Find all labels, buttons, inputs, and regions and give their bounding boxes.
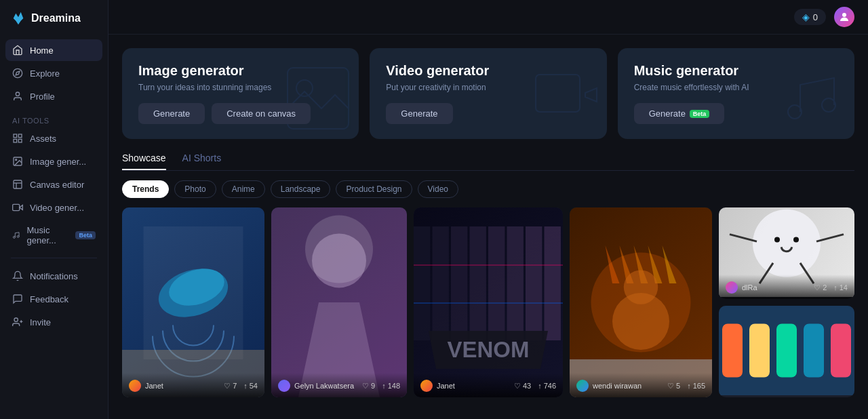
- image-overlay-2: Gelyn Lakwatsera ♡ 9 ↑ 148: [271, 373, 407, 397]
- filter-video[interactable]: Video: [418, 180, 458, 198]
- sidebar-item-label: Music gener...: [26, 225, 66, 245]
- svg-point-15: [17, 235, 19, 237]
- sidebar-item-canvas-editor[interactable]: Canvas editor: [5, 174, 102, 195]
- svg-marker-12: [20, 205, 23, 210]
- tools-nav: Assets Image gener... Canvas editor Vide…: [0, 127, 108, 251]
- shares-1: ↑ 54: [243, 382, 258, 391]
- image-canvas-1: [122, 207, 264, 397]
- credits-value: 0: [813, 12, 818, 22]
- image-item-2[interactable]: Gelyn Lakwatsera ♡ 9 ↑ 148: [271, 207, 407, 397]
- content-area: Image generator Turn your ideas into stu…: [108, 35, 868, 419]
- sidebar-item-video-gen[interactable]: Video gener...: [5, 197, 102, 218]
- logo-icon: [11, 11, 26, 26]
- showcase-section: Showcase AI Shorts Trends Photo Anime La…: [122, 153, 854, 397]
- svg-rect-9: [14, 180, 22, 188]
- sidebar-item-label: Profile: [30, 92, 55, 102]
- svg-point-8: [16, 159, 17, 161]
- sidebar-item-label: Canvas editor: [30, 180, 84, 190]
- showcase-tabs: Showcase AI Shorts: [122, 153, 854, 171]
- bell-icon: [12, 271, 23, 281]
- filter-trends[interactable]: Trends: [122, 180, 169, 198]
- sidebar: Dreamina Home Explore Profile AI tools A…: [0, 0, 108, 419]
- image-item-4[interactable]: wendi wirawan ♡ 5 ↑ 165: [570, 207, 712, 397]
- video-gen-buttons: Generate: [386, 103, 590, 124]
- svg-rect-3: [14, 134, 17, 138]
- shares-3: ↑ 746: [538, 382, 556, 391]
- shares-5: ↑ 14: [833, 283, 848, 292]
- svg-point-14: [13, 236, 15, 238]
- image-overlay-1: Janet ♡ 7 ↑ 54: [122, 373, 264, 397]
- image-canvas-3: [414, 207, 563, 397]
- likes-5: ♡ 2: [814, 283, 827, 292]
- image-generate-button[interactable]: Generate: [138, 103, 205, 124]
- main-nav: Home Explore Profile: [0, 39, 108, 107]
- filter-photo[interactable]: Photo: [174, 180, 216, 198]
- bottom-nav: Notifications Feedback Invite: [0, 265, 108, 333]
- sidebar-item-music-gen[interactable]: Music gener... Beta: [5, 220, 102, 251]
- author-2: Gelyn Lakwatsera: [278, 380, 354, 392]
- stats-4: ♡ 5 ↑ 165: [667, 382, 705, 391]
- avatar[interactable]: [834, 7, 854, 27]
- sidebar-item-explore[interactable]: Explore: [5, 62, 102, 84]
- sidebar-item-label: Video gener...: [30, 203, 84, 213]
- author-3: Janet: [420, 380, 455, 392]
- author-1: Janet: [129, 380, 163, 392]
- image-canvas-6: [719, 306, 854, 395]
- sidebar-item-label: Home: [30, 45, 54, 56]
- tab-ai-shorts[interactable]: AI Shorts: [182, 153, 222, 170]
- sidebar-item-home[interactable]: Home: [5, 39, 102, 61]
- image-item-3[interactable]: Janet ♡ 43 ↑ 746: [414, 207, 563, 397]
- message-icon: [12, 294, 23, 304]
- video-generate-button[interactable]: Generate: [386, 103, 452, 124]
- music-icon: [12, 230, 20, 241]
- layout-icon: [12, 179, 23, 190]
- beta-badge: Beta: [75, 231, 96, 239]
- compass-icon: [12, 68, 23, 79]
- likes-2: ♡ 9: [362, 382, 375, 391]
- sidebar-divider: [11, 258, 97, 258]
- svg-rect-6: [18, 139, 22, 142]
- sidebar-item-label: Image gener...: [30, 157, 86, 167]
- video-gen-desc: Put your creativity in motion: [386, 83, 590, 92]
- music-beta-badge: Beta: [690, 110, 710, 118]
- image-gen-title: Image generator: [138, 63, 342, 79]
- app-name: Dreamina: [31, 12, 81, 24]
- credits-display: ◈ 0: [794, 9, 826, 25]
- sidebar-item-label: Explore: [30, 68, 60, 79]
- sidebar-item-label: Feedback: [30, 294, 68, 304]
- image-item-6[interactable]: [719, 306, 854, 397]
- sidebar-item-feedback[interactable]: Feedback: [5, 288, 102, 310]
- image-canvas-4: [570, 207, 712, 397]
- main-content: ◈ 0 Image generator Turn your ideas into…: [108, 0, 868, 419]
- author-avatar-3: [420, 380, 433, 392]
- image-item-5[interactable]: dlRa ♡ 2 ↑ 14: [719, 207, 854, 299]
- sidebar-item-notifications[interactable]: Notifications: [5, 265, 102, 287]
- sidebar-item-invite[interactable]: Invite: [5, 311, 102, 333]
- filter-landscape[interactable]: Landscape: [271, 180, 331, 198]
- video-gen-title: Video generator: [386, 63, 590, 79]
- credits-icon: ◈: [802, 12, 810, 22]
- svg-marker-1: [16, 71, 20, 75]
- author-avatar-5: [726, 281, 738, 294]
- filter-product-design[interactable]: Product Design: [336, 180, 412, 198]
- image-item-1[interactable]: Janet ♡ 7 ↑ 54: [122, 207, 264, 397]
- image-icon: [12, 156, 23, 167]
- stats-3: ♡ 43 ↑ 746: [514, 382, 556, 391]
- music-gen-title: Music generator: [634, 63, 838, 79]
- sidebar-item-image-gen[interactable]: Image gener...: [5, 151, 102, 172]
- music-gen-buttons: Generate Beta: [634, 103, 838, 124]
- image-generator-card: Image generator Turn your ideas into stu…: [122, 48, 359, 139]
- shares-2: ↑ 148: [382, 382, 400, 391]
- music-generate-button[interactable]: Generate Beta: [634, 103, 725, 124]
- sidebar-item-profile[interactable]: Profile: [5, 85, 102, 107]
- filter-anime[interactable]: Anime: [222, 180, 265, 198]
- sidebar-item-assets[interactable]: Assets: [5, 127, 102, 149]
- create-on-canvas-button[interactable]: Create on canvas: [212, 103, 311, 124]
- likes-1: ♡ 7: [224, 382, 237, 391]
- tab-showcase[interactable]: Showcase: [122, 153, 166, 170]
- author-5: dlRa: [726, 281, 757, 294]
- likes-3: ♡ 43: [514, 382, 531, 391]
- image-overlay-3: Janet ♡ 43 ↑ 746: [414, 373, 563, 397]
- image-overlay-5: dlRa ♡ 2 ↑ 14: [719, 275, 854, 299]
- home-icon: [12, 45, 23, 56]
